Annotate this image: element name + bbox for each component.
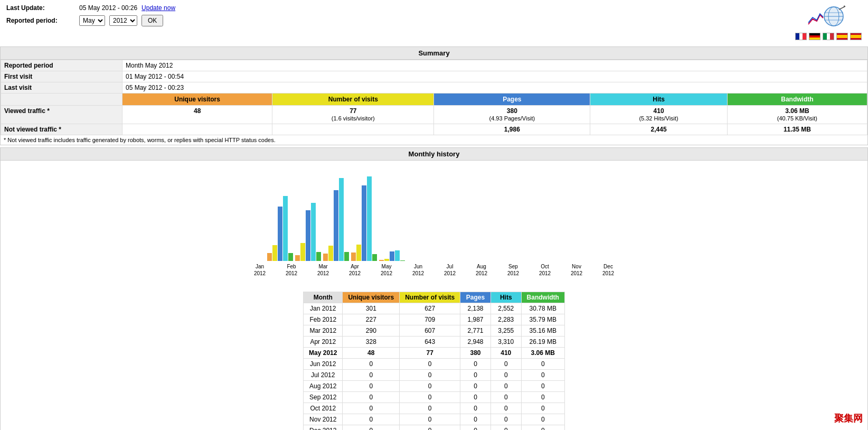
bar-hits-feb <box>311 203 316 261</box>
th-pages: Pages <box>460 292 491 303</box>
bar-bw-feb <box>316 252 321 261</box>
td-month: Jun 2012 <box>304 359 343 370</box>
td-visits: 627 <box>400 303 460 314</box>
chart-label-sep: Sep2012 <box>498 263 528 277</box>
td-uv: 48 <box>343 348 400 359</box>
td-pages: 2,138 <box>460 303 491 314</box>
td-uv: 328 <box>343 336 400 348</box>
col-hits: Hits <box>590 94 728 106</box>
chart-label-dec: Dec2012 <box>593 263 623 277</box>
chart-label-feb: Feb2012 <box>277 263 306 277</box>
update-now-link[interactable]: Update now <box>141 4 175 12</box>
td-month: Sep 2012 <box>304 392 343 403</box>
td-bw: 0 <box>521 392 564 403</box>
bar-hits-may <box>395 250 400 261</box>
td-bw: 0 <box>521 370 564 381</box>
table-row: Apr 2012 328 643 2,948 3,310 26.19 MB <box>304 336 565 348</box>
last-update-row: Last Update: 05 May 2012 - 00:26 Update … <box>6 4 175 12</box>
col-visits: Number of visits <box>272 94 434 106</box>
td-pages: 0 <box>460 425 491 431</box>
td-visits: 0 <box>400 381 460 392</box>
flag-it <box>823 33 834 40</box>
td-pages: 1,987 <box>460 314 491 325</box>
td-uv: 0 <box>343 403 400 414</box>
td-pages: 0 <box>460 403 491 414</box>
td-uv: 0 <box>343 370 400 381</box>
td-hits: 2,283 <box>490 314 521 325</box>
viewed-pages: 380 (4.93 Pages/Visit) <box>434 106 590 124</box>
bar-uv-may <box>379 260 384 261</box>
reported-period-label: Reported period: <box>6 17 75 24</box>
bar-visits-feb <box>300 243 305 261</box>
bar-group-feb <box>295 203 321 261</box>
td-visits: 607 <box>400 325 460 336</box>
bar-bw-mar <box>344 252 349 261</box>
td-hits: 3,255 <box>490 325 521 336</box>
period-month-select[interactable]: JanFebMarApr MayJunJulAug SepOctNovDec <box>79 15 105 26</box>
col-pages: Pages <box>434 94 590 106</box>
footnote: * Not viewed traffic includes traffic ge… <box>1 135 867 145</box>
table-row: Jun 2012 0 0 0 0 0 <box>304 359 565 370</box>
td-month: May 2012 <box>304 348 343 359</box>
monthly-table-wrapper: Month Unique visitors Number of visits P… <box>1 282 867 430</box>
td-visits: 0 <box>400 425 460 431</box>
td-hits: 0 <box>490 414 521 425</box>
td-uv: 0 <box>343 381 400 392</box>
chart-label-apr: Apr2012 <box>340 263 370 277</box>
ok-button[interactable]: OK <box>141 15 163 26</box>
td-hits: 0 <box>490 381 521 392</box>
td-bw: 0 <box>521 414 564 425</box>
td-bw: 35.16 MB <box>521 325 564 336</box>
td-visits: 0 <box>400 414 460 425</box>
table-row: Oct 2012 0 0 0 0 0 <box>304 403 565 414</box>
flag-de <box>809 33 820 40</box>
summary-title: Summary <box>1 47 867 60</box>
td-visits: 643 <box>400 336 460 348</box>
bar-group-may <box>379 250 405 261</box>
td-bw: 0 <box>521 425 564 431</box>
td-pages: 2,771 <box>460 325 491 336</box>
td-hits: 3,310 <box>490 336 521 348</box>
flag-fr <box>795 33 807 40</box>
td-bw: 0 <box>521 381 564 392</box>
bar-visits-apr <box>356 245 361 261</box>
viewed-traffic-row: Viewed traffic * 48 77 (1.6 visits/visit… <box>1 106 867 124</box>
header-left: Last Update: 05 May 2012 - 00:26 Update … <box>6 4 175 26</box>
viewed-uv: 48 <box>122 106 272 124</box>
period-year-select[interactable]: 2010201120122013 <box>109 15 137 26</box>
td-bw: 30.78 MB <box>521 303 564 314</box>
bar-visits-jan <box>272 245 277 261</box>
col-uv: Unique visitors <box>122 94 272 106</box>
bar-visits-mar <box>328 246 333 261</box>
chart-label-may: May2012 <box>372 263 401 277</box>
chart-label-mar: Mar2012 <box>308 263 338 277</box>
table-row: Mar 2012 290 607 2,771 3,255 35.16 MB <box>304 325 565 336</box>
td-visits: 0 <box>400 359 460 370</box>
chart-label-jul: Jul2012 <box>435 263 465 277</box>
chart-label-jun: Jun2012 <box>403 263 433 277</box>
td-visits: 0 <box>400 403 460 414</box>
td-visits: 0 <box>400 370 460 381</box>
th-bw: Bandwidth <box>521 292 564 303</box>
td-month: Aug 2012 <box>304 381 343 392</box>
table-row: Aug 2012 0 0 0 0 0 <box>304 381 565 392</box>
bar-pages-mar <box>334 190 338 261</box>
last-update-value: 05 May 2012 - 00:26 <box>79 4 137 12</box>
fv-label: First visit <box>1 71 122 82</box>
bar-group-apr <box>351 176 377 261</box>
td-uv: 0 <box>343 414 400 425</box>
lv-label: Last visit <box>1 82 122 94</box>
th-uv: Unique visitors <box>343 292 400 303</box>
td-month: Jan 2012 <box>304 303 343 314</box>
bar-pages-feb <box>306 210 310 261</box>
svg-point-5 <box>824 7 843 26</box>
td-month: Apr 2012 <box>304 336 343 348</box>
td-month: Feb 2012 <box>304 314 343 325</box>
table-row: May 2012 48 77 380 410 3.06 MB <box>304 348 565 359</box>
fv-value: 01 May 2012 - 00:54 <box>122 71 867 82</box>
td-pages: 2,948 <box>460 336 491 348</box>
td-uv: 0 <box>343 425 400 431</box>
td-hits: 0 <box>490 359 521 370</box>
td-hits: 2,552 <box>490 303 521 314</box>
td-pages: 0 <box>460 414 491 425</box>
